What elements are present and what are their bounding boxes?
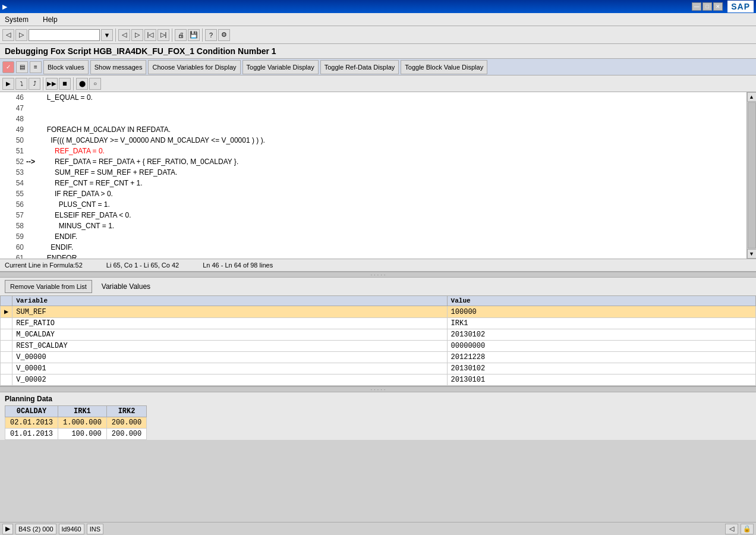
line-arrow <box>26 168 43 177</box>
line-arrow <box>26 125 43 134</box>
code-scrollbar[interactable]: ▲ ▼ <box>746 92 756 259</box>
table-row[interactable]: 02.01.20131.000.000200.000 <box>5 417 147 429</box>
code-line: 53 SUM_REF = SUM_REF + REF_DATA. <box>0 167 746 178</box>
show-messages-btn[interactable]: Show messages <box>90 60 147 74</box>
line-text: ENDIF. <box>43 232 77 241</box>
menu-bar: System Help <box>0 13 756 26</box>
nav-left-icon[interactable]: ◁ <box>118 29 130 41</box>
step-over-icon[interactable]: ⤵ <box>15 78 27 90</box>
toolbar-icon-3[interactable]: ≡ <box>30 61 42 73</box>
toggle-var-btn[interactable]: Toggle Variable Display <box>242 60 319 74</box>
nav-last-icon[interactable]: ▷| <box>158 29 169 41</box>
run-icon[interactable]: ▶▶ <box>46 78 58 90</box>
settings-icon[interactable]: ⚙ <box>218 29 230 41</box>
help-icon[interactable]: ? <box>205 29 217 41</box>
minimize-btn[interactable]: — <box>692 2 701 11</box>
scroll-down[interactable]: ▼ <box>747 249 757 259</box>
table-row[interactable]: REF_RATIOIRK1 <box>1 318 756 329</box>
status-icon-1[interactable]: ◁ <box>725 524 738 534</box>
code-line: 51 REF_DATA = 0. <box>0 146 746 156</box>
line-text: IF((( M_0CALDAY >= V_00000 AND M_0CALDAY… <box>43 136 265 144</box>
menu-help[interactable]: Help <box>40 14 60 25</box>
table-row[interactable]: M_0CALDAY20130102 <box>1 329 756 341</box>
line-arrow <box>26 222 43 230</box>
line-arrow <box>26 104 43 112</box>
variable-value: 20130101 <box>447 374 755 386</box>
line-text: REF_DATA = REF_DATA + { REF_RATIO, M_0CA… <box>43 158 238 166</box>
variable-name: V_00000 <box>12 352 447 363</box>
planning-label: Planning Data <box>0 392 756 405</box>
breakpoint-icon[interactable]: ⬤ <box>76 78 88 90</box>
plan-column-header: IRK2 <box>106 406 146 417</box>
status-icon-2[interactable]: 🔒 <box>741 524 754 534</box>
forward-icon[interactable]: ▷ <box>15 29 27 41</box>
line-number: 53 <box>2 168 24 177</box>
line-text: REF_DATA = 0. <box>43 147 105 155</box>
variable-name: SUM_REF <box>12 306 447 318</box>
input-field[interactable] <box>29 29 100 41</box>
line-number: 50 <box>2 136 24 144</box>
table-row[interactable]: REST_0CALDAY00000000 <box>1 341 756 352</box>
print-icon[interactable]: 🖨 <box>175 29 187 41</box>
splitter-1: · · · · · <box>0 272 756 278</box>
close-btn[interactable]: ✕ <box>713 2 723 11</box>
status-coords: Li 65, Co 1 - Li 65, Co 42 <box>106 262 179 269</box>
planning-table: 0CALDAYIRK1IRK2 02.01.20131.000.000200.0… <box>5 405 147 440</box>
line-number: 58 <box>2 222 24 230</box>
variable-table: Variable Value ▶SUM_REF100000REF_RATIOIR… <box>0 295 756 386</box>
line-text: FOREACH M_0CALDAY IN REFDATA. <box>43 125 171 134</box>
plan-column-header: 0CALDAY <box>5 406 58 417</box>
line-number: 55 <box>2 190 24 198</box>
toolbar-icon-1[interactable]: ✓ <box>2 61 14 73</box>
variable-value: 20130102 <box>447 363 755 374</box>
table-row[interactable]: V_0000220130101 <box>1 374 756 386</box>
line-arrow <box>26 190 43 198</box>
block-values-btn[interactable]: Block values <box>43 60 89 74</box>
back-icon[interactable]: ◁ <box>2 29 14 41</box>
table-row[interactable]: 01.01.2013100.000200.000 <box>5 429 147 440</box>
select-icon[interactable]: ▼ <box>101 29 113 41</box>
scroll-up[interactable]: ▲ <box>747 92 757 102</box>
step-return-icon[interactable]: ⤴ <box>29 78 40 90</box>
toggle-block-btn[interactable]: Toggle Block Value Display <box>401 60 487 74</box>
line-arrow <box>26 211 43 219</box>
page-title: Debugging Fox Script HGB_IRA4DK_FU_FOX_1… <box>0 44 756 59</box>
app-icon: ▶ <box>2 3 7 11</box>
maximize-btn[interactable]: □ <box>703 2 712 11</box>
save-icon[interactable]: 💾 <box>188 29 200 41</box>
nav-first-icon[interactable]: |◁ <box>144 29 156 41</box>
line-text: MINUS_CNT = 1. <box>43 222 114 230</box>
row-icon <box>1 374 12 386</box>
remove-var-btn[interactable]: Remove Variable from List <box>5 280 92 293</box>
table-row[interactable]: V_0000020121228 <box>1 352 756 363</box>
plan-date: 02.01.2013 <box>5 417 58 429</box>
plan-irk1: 1.000.000 <box>58 417 107 429</box>
row-icon <box>1 363 12 374</box>
toolbar-icon-2[interactable]: ▤ <box>16 61 28 73</box>
table-row[interactable]: V_0000120130102 <box>1 363 756 374</box>
line-text: REF_CNT = REF_CNT + 1. <box>43 179 143 187</box>
line-arrow <box>26 147 43 155</box>
step-icon[interactable]: ▶ <box>2 78 14 90</box>
code-line: 55 IF REF_DATA > 0. <box>0 188 746 199</box>
clear-break-icon[interactable]: ○ <box>89 78 101 90</box>
scroll-thumb[interactable] <box>748 102 756 248</box>
choose-vars-btn[interactable]: Choose Variables for Display <box>148 60 240 74</box>
variable-value: 20121228 <box>447 352 755 363</box>
line-arrow <box>26 232 43 241</box>
title-bar: ▶ — □ ✕ SAP <box>0 0 756 13</box>
row-icon <box>1 341 12 352</box>
stop-icon[interactable]: ⏹ <box>59 78 71 90</box>
row-icon: ▶ <box>1 306 12 318</box>
nav-right-icon[interactable]: ▷ <box>131 29 143 41</box>
line-number: 46 <box>2 93 24 102</box>
col-variable: Variable <box>12 296 447 306</box>
code-line: 50 IF((( M_0CALDAY >= V_00000 AND M_0CAL… <box>0 135 746 146</box>
line-number: 56 <box>2 200 24 209</box>
menu-system[interactable]: System <box>2 14 31 25</box>
plan-date: 01.01.2013 <box>5 429 58 440</box>
line-number: 52 <box>2 158 24 166</box>
toggle-ref-btn[interactable]: Toggle Ref-Data Display <box>320 60 399 74</box>
table-row[interactable]: ▶SUM_REF100000 <box>1 306 756 318</box>
row-icon <box>1 318 12 329</box>
